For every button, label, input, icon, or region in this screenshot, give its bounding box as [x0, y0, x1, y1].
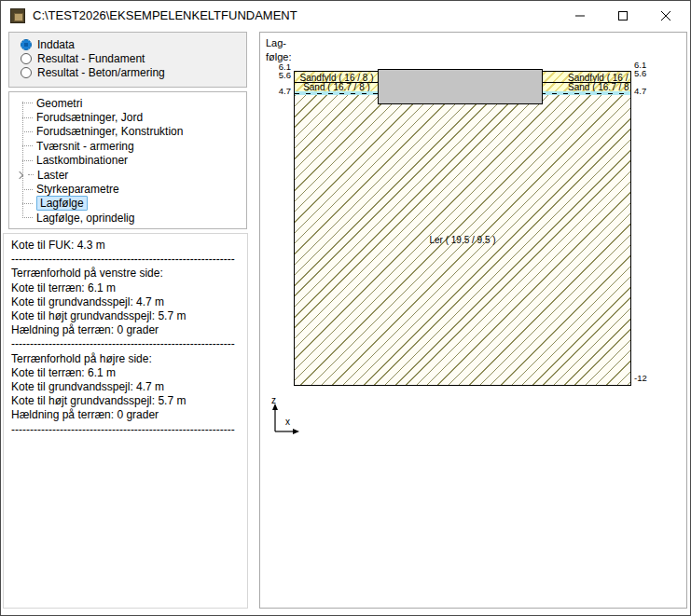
- tree-connector: [22, 160, 33, 161]
- tree-item-label: Laster: [37, 169, 68, 182]
- tree-item-lagfoelge[interactable]: Lagfølge: [13, 197, 244, 211]
- layer-info-text: Kote til FUK: 4.3 m --------------------…: [3, 233, 248, 609]
- info-line: Kote til terræn: 6.1 m: [11, 281, 247, 295]
- info-line: Kote til grundvandsspejl: 4.7 m: [11, 295, 247, 309]
- tree-item-label: Lagfølge, oprindelig: [36, 212, 134, 225]
- diagram-panel: Lag- følge: 6.1 5.6 4.7 Sandfyld ( 16 / …: [259, 32, 687, 609]
- tree-item-label: Tværsnit - armering: [36, 140, 134, 153]
- tree-connector: [22, 145, 33, 146]
- app-window: C:\TEST2026\EKSEMPELENKELTFUNDAMENT Indd…: [0, 0, 691, 616]
- info-line: Hældning på terræn: 0 grader: [11, 323, 247, 337]
- radio-checked-icon[interactable]: [21, 39, 32, 50]
- separator-line: ----------------------------------------…: [11, 253, 247, 267]
- axis-z-label: z: [271, 396, 276, 405]
- tree-connector: [22, 131, 33, 132]
- tree-connector: [28, 174, 34, 175]
- elevation-right-4-7: 4.7: [634, 87, 646, 95]
- info-line-left-heading: Terrænforhold på venstre side:: [11, 267, 247, 281]
- radio-unchecked-icon[interactable]: [21, 67, 32, 78]
- elevation-bottom-minus-12: -12: [634, 374, 647, 382]
- tree-item-label: Lastkombinationer: [36, 154, 128, 167]
- tree-item-geometri[interactable]: Geometri: [13, 96, 244, 110]
- maximize-button[interactable]: [601, 1, 644, 30]
- tree-item-label: Geometri: [36, 97, 82, 110]
- info-line-fuk: Kote til FUK: 4.3 m: [11, 239, 247, 253]
- layer-label-ler: Ler ( 19.5 / 9.5 ): [295, 235, 630, 245]
- maximize-icon: [617, 10, 629, 21]
- tree-connector: [22, 117, 33, 118]
- foundation-block: [378, 69, 543, 104]
- tree-connector: [22, 103, 33, 103]
- diagram-heading-line1: Lag-: [266, 37, 286, 48]
- tree-connector: [22, 189, 33, 190]
- elevation-right-5-6: 5.6: [634, 69, 646, 77]
- layer-label-sandfyld-left: Sandfyld ( 16 / 8 ): [295, 73, 379, 83]
- radio-resultat-fundament[interactable]: Resultat - Fundament: [21, 52, 246, 64]
- tree-connector: [22, 203, 33, 204]
- radio-unchecked-icon[interactable]: [21, 53, 32, 64]
- tree-item-label-selected: Lagfølge: [36, 196, 88, 211]
- tree-item-forudsaetninger-jord[interactable]: Forudsætninger, Jord: [13, 110, 244, 124]
- radio-label: Resultat - Beton/armering: [37, 66, 165, 79]
- radio-resultat-beton-armering[interactable]: Resultat - Beton/armering: [21, 66, 246, 78]
- tree-connector: [22, 217, 33, 218]
- minimize-icon: [574, 10, 586, 21]
- title-bar: C:\TEST2026\EKSEMPELENKELTFUNDAMENT: [1, 1, 690, 31]
- tree-item-lagfoelge-oprindelig[interactable]: Lagfølge, oprindelig: [13, 211, 244, 225]
- info-line: Kote til højt grundvandsspejl: 5.7 m: [11, 394, 247, 408]
- left-panel: Inddata Resultat - Fundament Resultat - …: [3, 32, 249, 609]
- navigation-tree: Geometri Forudsætninger, Jord Forudsætni…: [8, 91, 247, 229]
- window-title: C:\TEST2026\EKSEMPELENKELTFUNDAMENT: [33, 8, 297, 22]
- info-line: Kote til højt grundvandsspejl: 5.7 m: [11, 309, 247, 323]
- coordinate-axis-icon: z x: [266, 396, 305, 437]
- info-line: Hældning på terræn: 0 grader: [11, 408, 247, 422]
- close-button[interactable]: [644, 1, 687, 30]
- close-icon: [660, 10, 671, 21]
- tree-item-label: Forudsætninger, Konstruktion: [36, 125, 183, 138]
- tree-item-tvaersnit-armering[interactable]: Tværsnit - armering: [13, 139, 244, 153]
- info-line: Kote til terræn: 6.1 m: [11, 366, 247, 380]
- axis-x-label: x: [285, 417, 290, 427]
- minimize-button[interactable]: [559, 1, 601, 30]
- tree-item-label: Styrkeparametre: [36, 183, 119, 196]
- tree-item-forudsaetninger-konstruktion[interactable]: Forudsætninger, Konstruktion: [13, 125, 244, 139]
- app-icon: [10, 8, 25, 23]
- elevation-left-5-6: 5.6: [265, 71, 291, 79]
- radio-inddata[interactable]: Inddata: [21, 38, 246, 50]
- tree-item-laster[interactable]: Laster: [13, 168, 244, 182]
- tree-item-styrkeparametre[interactable]: Styrkeparametre: [13, 182, 244, 196]
- layer-label-sand-right: Sand ( 16.7 / 8 ): [544, 83, 630, 91]
- elevation-left-4-7: 4.7: [265, 87, 291, 95]
- separator-line: ----------------------------------------…: [11, 423, 247, 437]
- tree-item-lastkombinationer[interactable]: Lastkombinationer: [13, 154, 244, 168]
- info-line: Kote til grundvandsspejl: 4.7 m: [11, 380, 247, 394]
- soil-profile: Sandfyld ( 16 / 8 ) Sandfyld ( 16 / 8 ) …: [294, 71, 631, 386]
- mode-selector-group: Inddata Resultat - Fundament Resultat - …: [8, 32, 247, 88]
- expand-chevron-icon[interactable]: [16, 171, 23, 178]
- radio-label: Inddata: [37, 38, 75, 51]
- layer-label-sandfyld-right: Sandfyld ( 16 / 8 ): [544, 73, 630, 83]
- tree-item-label: Forudsætninger, Jord: [36, 111, 143, 124]
- radio-label: Resultat - Fundament: [37, 52, 145, 65]
- layer-ler: Ler ( 19.5 / 9.5 ): [295, 95, 630, 385]
- separator-line: ----------------------------------------…: [11, 337, 247, 351]
- info-line-right-heading: Terrænforhold på højre side:: [11, 352, 247, 366]
- layer-label-sand-left: Sand ( 16.7 / 8 ): [295, 83, 379, 91]
